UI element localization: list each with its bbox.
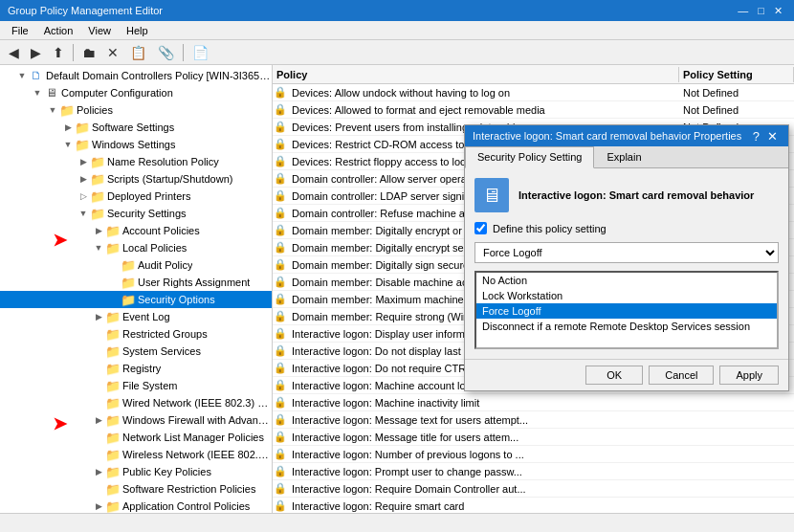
show-hide-btn[interactable]: 🖿 (77, 42, 100, 63)
tree-item-public-key[interactable]: ▶ 📁 Public Key Policies (0, 463, 272, 480)
tree-label-event-log: Event Log (122, 311, 170, 322)
tree-item-local-policies[interactable]: ▼ 📁 Local Policies (0, 239, 272, 256)
policy-cell: Devices: Allowed to format and eject rem… (288, 103, 679, 117)
tree-item-wired-network[interactable]: ▷ 📁 Wired Network (IEEE 802.3) Policies (0, 394, 272, 411)
tab-explain[interactable]: Explain (594, 146, 653, 167)
tree-item-deployed-printers[interactable]: ▷ 📁 Deployed Printers (0, 188, 272, 205)
tree-item-account-policies[interactable]: ▶ 📁 Account Policies (0, 222, 272, 239)
toggle[interactable]: ▶ (77, 155, 90, 168)
listbox-item-no-action[interactable]: No Action (476, 273, 777, 288)
toggle[interactable]: ▶ (92, 499, 105, 513)
toolbar-separator-2 (183, 44, 184, 61)
maximize-btn[interactable]: □ (754, 5, 768, 17)
tree-item-root[interactable]: ▼ 🗋 Default Domain Controllers Policy [W… (0, 67, 272, 84)
menu-file[interactable]: File (4, 23, 36, 38)
folder-icon: 📁 (105, 378, 121, 393)
tree-item-wireless-network[interactable]: ▷ 📁 Wireless Network (IEEE 802.11) Polic… (0, 446, 272, 463)
toggle[interactable]: ▶ (92, 224, 105, 237)
row-icon: 🔒 (273, 448, 288, 460)
tree-label-security-settings: Security Settings (107, 208, 187, 219)
app-window: Group Policy Management Editor — □ ✕ Fil… (0, 0, 794, 532)
list-row[interactable]: 🔒 Interactive logon: Machine inactivity … (273, 394, 794, 411)
tree-label-registry: Registry (122, 363, 161, 374)
tab-security-policy-setting[interactable]: Security Policy Setting (465, 146, 594, 168)
tree-item-scripts[interactable]: ▶ 📁 Scripts (Startup/Shutdown) (0, 170, 272, 188)
tree-item-system-services[interactable]: ▷ 📁 System Services (0, 343, 272, 360)
tree-item-security-settings[interactable]: ▼ 📁 Security Settings (0, 205, 272, 222)
policy-cell: Interactive logon: Message title for use… (288, 431, 679, 444)
toggle[interactable]: ▼ (46, 103, 59, 117)
properties-btn[interactable]: 📋 (125, 42, 151, 63)
listbox-item-force-logoff[interactable]: Force Logoff (476, 303, 777, 319)
tree-label-security-options: Security Options (138, 294, 215, 305)
tree-item-restricted-groups[interactable]: ▷ 📁 Restricted Groups (0, 325, 272, 343)
folder-icon: 📁 (105, 240, 121, 255)
tree-label-software-restriction: Software Restriction Policies (122, 483, 255, 495)
list-row[interactable]: 🔒 Interactive logon: Prompt user to chan… (273, 463, 794, 480)
tree-item-windows-firewall[interactable]: ▶ 📁 Windows Firewall with Advanced Secur… (0, 411, 272, 429)
dialog-help-btn[interactable]: ? (750, 129, 762, 144)
minimize-btn[interactable]: — (734, 5, 752, 17)
menu-help[interactable]: Help (119, 23, 156, 38)
tree-item-policies[interactable]: ▼ 📁 Policies (0, 101, 272, 119)
back-btn[interactable]: ◀ (4, 42, 24, 63)
list-row[interactable]: 🔒 Interactive logon: Require Domain Cont… (273, 480, 794, 498)
up-btn[interactable]: ⬆ (48, 42, 69, 63)
list-row[interactable]: 🔒 Devices: Allow undock without having t… (273, 84, 794, 101)
list-row[interactable]: 🔒 Interactive logon: Number of previous … (273, 446, 794, 463)
tree-item-event-log[interactable]: ▶ 📁 Event Log (0, 308, 272, 325)
forward-btn[interactable]: ▶ (26, 42, 46, 63)
policy-listbox[interactable]: No Action Lock Workstation Force Logoff … (474, 271, 779, 349)
toggle[interactable]: ▶ (61, 121, 75, 134)
toggle[interactable]: ▼ (92, 241, 105, 255)
toggle[interactable]: ▶ (92, 465, 105, 478)
tree-item-user-rights[interactable]: ▶ 📁 User Rights Assignment (0, 274, 272, 291)
list-row[interactable]: 🔒 Devices: Allowed to format and eject r… (273, 101, 794, 119)
folder-icon: 📁 (90, 206, 105, 221)
tree-item-registry[interactable]: ▷ 📁 Registry (0, 360, 272, 377)
define-policy-checkbox[interactable] (474, 222, 487, 234)
dialog-cancel-btn[interactable]: Cancel (649, 366, 714, 385)
toggle[interactable]: ▶ (92, 413, 105, 427)
policy-icon-row: 🖥 Interactive logon: Smart card removal … (474, 178, 779, 212)
tree-label-file-system: File System (122, 380, 177, 391)
tree-label-public-key: Public Key Policies (122, 466, 211, 477)
list-row[interactable]: 🔒 Interactive logon: Message text for us… (273, 411, 794, 429)
listbox-item-lock-workstation[interactable]: Lock Workstation (476, 288, 777, 303)
tree-item-file-system[interactable]: ▷ 📁 File System (0, 377, 272, 394)
tree-item-name-resolution[interactable]: ▶ 📁 Name Resolution Policy (0, 153, 272, 170)
toggle-root[interactable]: ▼ (15, 69, 29, 82)
folder-icon: 📁 (105, 395, 121, 410)
tree-item-network-list[interactable]: ▷ 📁 Network List Manager Policies (0, 429, 272, 446)
help-btn-toolbar[interactable]: 📄 (187, 42, 213, 63)
toggle[interactable]: ▷ (77, 189, 90, 203)
close-btn[interactable]: ✕ (770, 5, 786, 17)
tree-item-app-control[interactable]: ▶ 📁 Application Control Policies (0, 498, 272, 513)
dialog-apply-btn[interactable]: Apply (719, 366, 779, 385)
delete-btn[interactable]: ✕ (102, 42, 123, 63)
toggle[interactable]: ▼ (77, 207, 90, 220)
dialog-ok-btn[interactable]: OK (585, 366, 643, 385)
new-window-btn[interactable]: 📎 (153, 42, 179, 63)
toggle[interactable]: ▼ (31, 86, 44, 100)
toggle[interactable]: ▼ (61, 138, 75, 151)
policy-dropdown[interactable]: Force Logoff No Action Lock Workstation … (474, 242, 779, 263)
list-row[interactable]: 🔒 Interactive logon: Require smart card (273, 498, 794, 513)
toggle[interactable]: ▶ (92, 310, 105, 323)
policy-big-icon: 🖥 (474, 178, 509, 212)
tree-label-network-list: Network List Manager Policies (122, 432, 264, 443)
listbox-item-disconnect[interactable]: Disconnect if a remote Remote Desktop Se… (476, 319, 777, 334)
toggle[interactable]: ▶ (77, 172, 90, 186)
tree-item-computer-config[interactable]: ▼ 🖥 Computer Configuration (0, 84, 272, 101)
tree-item-software-restriction[interactable]: ▷ 📁 Software Restriction Policies (0, 480, 272, 498)
row-icon: 🔒 (273, 121, 288, 133)
tree-item-software-settings[interactable]: ▶ 📁 Software Settings (0, 119, 272, 136)
policy-cell: Interactive logon: Prompt user to change… (288, 465, 679, 478)
dialog-close-btn[interactable]: ✕ (764, 129, 781, 144)
menu-action[interactable]: Action (36, 23, 81, 38)
list-row[interactable]: 🔒 Interactive logon: Message title for u… (273, 429, 794, 446)
menu-view[interactable]: View (80, 23, 119, 38)
tree-item-windows-settings[interactable]: ▼ 📁 Windows Settings (0, 136, 272, 153)
tree-item-audit-policy[interactable]: ▶ 📁 Audit Policy (0, 256, 272, 274)
tree-item-security-options[interactable]: ▶ 📁 Security Options (0, 291, 272, 308)
